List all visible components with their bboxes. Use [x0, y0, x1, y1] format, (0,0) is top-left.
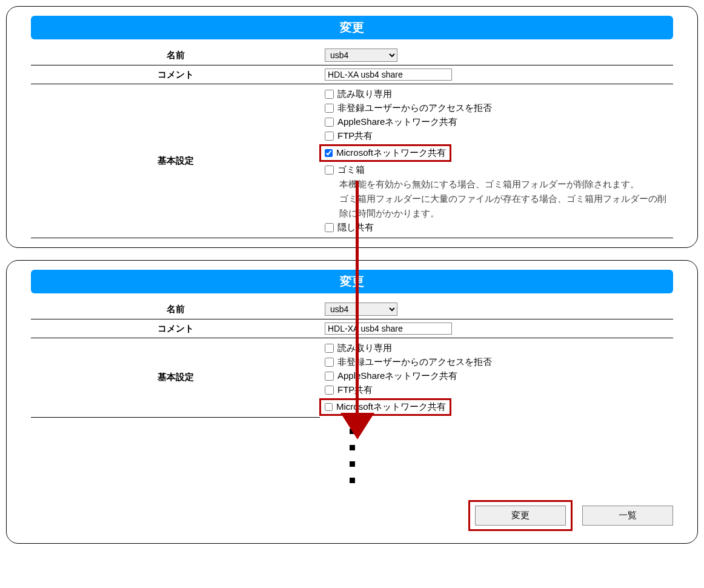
- label-readonly: 読み取り専用: [337, 342, 392, 354]
- label-name: 名前: [31, 45, 320, 65]
- label-ftp: FTP共有: [337, 384, 373, 396]
- highlight-change-button: 変更: [468, 500, 573, 531]
- label-deny-unregistered: 非登録ユーザーからのアクセスを拒否: [337, 356, 492, 368]
- checkbox-appleshare[interactable]: [325, 118, 334, 127]
- highlight-msnet-unchecked: Microsoftネットワーク共有: [319, 398, 451, 416]
- label-appleshare: AppleShareネットワーク共有: [337, 116, 457, 128]
- label-ftp: FTP共有: [337, 130, 373, 142]
- checkbox-hidden[interactable]: [325, 223, 334, 232]
- form-table: 名前 usb4 コメント 基本設定 読み取り専用 非登: [31, 299, 673, 418]
- panel-title: 変更: [31, 270, 673, 293]
- checkbox-deny-unregistered[interactable]: [325, 358, 334, 367]
- checkbox-readonly[interactable]: [325, 344, 334, 353]
- label-name: 名前: [31, 299, 320, 319]
- checkbox-ftp[interactable]: [325, 132, 334, 141]
- label-readonly: 読み取り専用: [337, 89, 392, 100]
- label-trash: ゴミ箱: [337, 164, 365, 176]
- name-select[interactable]: usb4: [325, 302, 397, 316]
- label-deny-unregistered: 非登録ユーザーからのアクセスを拒否: [337, 102, 492, 114]
- label-basic-settings: 基本設定: [31, 338, 320, 418]
- label-comment: コメント: [31, 65, 320, 84]
- list-button[interactable]: 一覧: [582, 506, 673, 526]
- comment-input[interactable]: [325, 322, 452, 335]
- label-appleshare: AppleShareネットワーク共有: [337, 370, 457, 382]
- button-row: 変更 一覧: [31, 494, 673, 531]
- checkbox-deny-unregistered[interactable]: [325, 104, 334, 113]
- label-comment: コメント: [31, 319, 320, 338]
- checkbox-msnet[interactable]: [325, 403, 333, 411]
- panel-change-after: 変更 名前 usb4 コメント 基本設定 読み取り専用: [6, 260, 698, 544]
- highlight-msnet-checked: Microsoftネットワーク共有: [319, 144, 451, 162]
- comment-input[interactable]: [325, 68, 452, 81]
- change-button[interactable]: 変更: [475, 506, 566, 526]
- label-hidden: 隠し共有: [337, 222, 374, 233]
- label-msnet: Microsoftネットワーク共有: [336, 401, 446, 413]
- name-select[interactable]: usb4: [325, 48, 397, 62]
- checkbox-readonly[interactable]: [325, 90, 334, 99]
- label-msnet: Microsoftネットワーク共有: [336, 147, 446, 159]
- checkbox-msnet[interactable]: [325, 149, 333, 157]
- form-table: 名前 usb4 コメント 基本設定 読み取り専用 非登: [31, 45, 673, 238]
- checkbox-appleshare[interactable]: [325, 372, 334, 381]
- ellipsis-dots: [31, 429, 673, 483]
- checkbox-trash[interactable]: [325, 165, 334, 175]
- trash-note: 本機能を有効から無効にする場合、ゴミ箱用フォルダーが削除されます。 ゴミ箱用フォ…: [325, 177, 668, 221]
- panel-title: 変更: [31, 16, 673, 39]
- panel-change-before: 変更 名前 usb4 コメント 基本設定 読み取り専用: [6, 6, 698, 248]
- label-basic-settings: 基本設定: [31, 84, 320, 238]
- checkbox-ftp[interactable]: [325, 386, 334, 395]
